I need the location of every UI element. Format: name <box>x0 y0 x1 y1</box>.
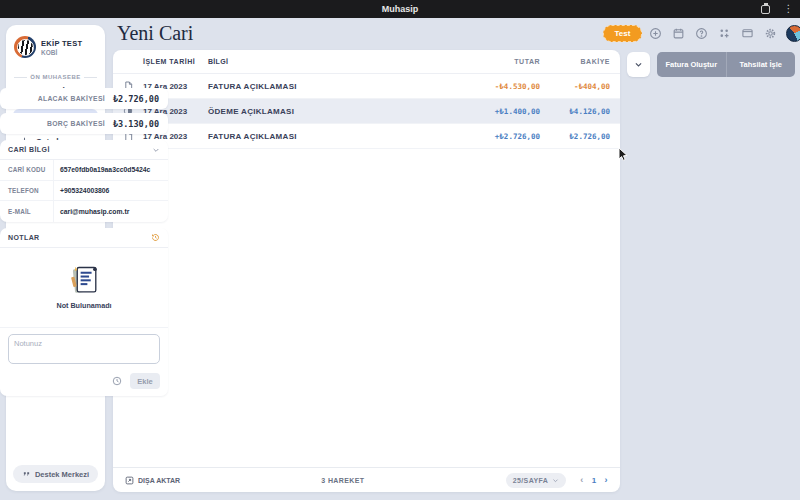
table-row[interactable]: 17 Ara 2023 FATURA AÇIKLAMASI +₺2.726,00… <box>113 124 620 149</box>
note-input[interactable] <box>8 334 160 364</box>
export-icon <box>125 476 134 485</box>
organization-badge[interactable]: EKİP TEST KOBİ <box>13 34 98 68</box>
cari-bilgi-card: CARİ BİLGİ CARİ KODU 657e0fdb0a19aa3cc0d… <box>0 140 168 222</box>
notes-footer: Ekle <box>0 371 168 396</box>
action-button-group: Fatura Oluştur Tahsilat İşle <box>657 52 795 77</box>
receivable-value: ₺2.726,00 <box>113 94 159 104</box>
settings-gear-icon[interactable] <box>763 27 777 41</box>
notlar-header: NOTLAR <box>0 228 168 248</box>
apps-grid-icon[interactable] <box>717 27 731 41</box>
pagination: ‹ 1 › <box>580 475 608 485</box>
actions-dropdown-button[interactable] <box>627 52 650 77</box>
record-count: 3 HAREKET <box>180 477 506 484</box>
chevron-down-icon <box>634 60 643 69</box>
top-icon-row <box>648 24 800 43</box>
receivable-label: ALACAK BAKİYESİ <box>9 95 113 102</box>
cari-bilgi-header[interactable]: CARİ BİLGİ <box>0 140 168 160</box>
telefon-row: TELEFON +905324003806 <box>0 181 168 202</box>
org-type: KOBİ <box>41 49 82 56</box>
quote-icon <box>22 470 31 479</box>
debt-label: BORÇ BAKİYESİ <box>9 120 113 127</box>
table-footer: DIŞA AKTAR 3 HAREKET 25/SAYFA ‹ 1 › <box>113 467 620 492</box>
notes-empty-text: Not Bulunamadı <box>56 301 111 310</box>
add-note-button[interactable]: Ekle <box>130 373 160 389</box>
table-row[interactable]: 17 Ara 2023 ÖDEME AÇIKLAMASI +₺1.400,00 … <box>113 99 620 124</box>
amount-cell: +₺1.400,00 <box>450 107 540 116</box>
calendar-icon[interactable] <box>671 27 685 41</box>
page-size-select[interactable]: 25/SAYFA <box>506 473 567 488</box>
screen-icon[interactable] <box>740 27 754 41</box>
add-icon[interactable] <box>648 27 662 41</box>
amount-cell: -₺4.530,00 <box>450 82 540 91</box>
clock-icon[interactable] <box>112 376 122 386</box>
section-on-muhasebe: ÖN MUHASEBE <box>14 74 97 80</box>
process-collection-button[interactable]: Tahsilat İşle <box>726 52 796 77</box>
history-icon[interactable] <box>151 233 160 242</box>
balance-cell: ₺4.126,00 <box>540 107 620 116</box>
overflow-menu-icon[interactable]: ⋮ <box>783 4 794 15</box>
table-row[interactable]: 17 Ara 2023 FATURA AÇIKLAMASI -₺4.530,00… <box>113 74 620 99</box>
test-badge[interactable]: Test <box>603 25 642 42</box>
chevron-down-icon <box>552 477 559 484</box>
page-title: Yeni Cari <box>117 22 193 45</box>
user-avatar[interactable] <box>786 25 800 42</box>
app-title: Muhasip <box>382 4 419 14</box>
app-titlebar: Muhasip ⋮ <box>0 0 800 18</box>
note-illustration <box>67 265 101 297</box>
col-islem-tarihi: İŞLEM TARİHİ <box>143 58 208 65</box>
notlar-card: NOTLAR Not Bulunamadı Ekle <box>0 228 168 396</box>
company-logo <box>14 36 36 58</box>
debt-value: ₺3.130,00 <box>113 119 159 129</box>
tab-switcher-icon[interactable] <box>760 4 771 15</box>
transactions-card: İŞLEM TARİHİ BİLGİ TUTAR BAKİYE 17 Ara 2… <box>113 50 620 492</box>
debt-balance-row: BORÇ BAKİYESİ ₺3.130,00 <box>0 113 168 134</box>
col-bakiye: BAKİYE <box>540 58 620 65</box>
balance-cell: -₺404,00 <box>540 82 620 91</box>
next-page-button[interactable]: › <box>605 475 608 485</box>
notes-empty-state: Not Bulunamadı <box>0 248 168 328</box>
create-invoice-button[interactable]: Fatura Oluştur <box>657 52 726 77</box>
help-icon[interactable] <box>694 27 708 41</box>
amount-cell: +₺2.726,00 <box>450 132 540 141</box>
col-tutar: TUTAR <box>450 58 540 65</box>
prev-page-button[interactable]: ‹ <box>580 475 583 485</box>
table-header: İŞLEM TARİHİ BİLGİ TUTAR BAKİYE <box>113 50 620 74</box>
export-button[interactable]: DIŞA AKTAR <box>125 476 180 485</box>
receivable-balance-row: ALACAK BAKİYESİ ₺2.726,00 <box>0 88 168 109</box>
balance-cell: ₺2.726,00 <box>540 132 620 141</box>
support-center-button[interactable]: Destek Merkezi <box>13 465 98 483</box>
page-number[interactable]: 1 <box>592 476 597 485</box>
action-buttons-row: Fatura Oluştur Tahsilat İşle <box>627 52 795 77</box>
cari-kodu-row: CARİ KODU 657e0fdb0a19aa3cc0d5424c <box>0 160 168 181</box>
col-bilgi: BİLGİ <box>208 58 450 65</box>
chevron-down-icon <box>152 146 160 154</box>
org-name: EKİP TEST <box>41 39 82 48</box>
email-row: E-MAİL cari@muhasip.com.tr <box>0 201 168 222</box>
